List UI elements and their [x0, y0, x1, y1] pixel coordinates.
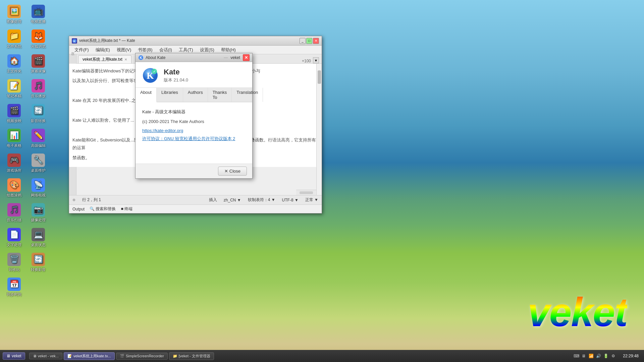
- about-titlebar-icon: K: [138, 55, 144, 60]
- systray-icon-4[interactable]: 🔋: [603, 353, 609, 359]
- about-title-right: veket: [230, 55, 240, 60]
- tab-libraries[interactable]: Libraries: [157, 88, 183, 102]
- about-titlebar: K About Kate — veket ✕: [136, 53, 252, 62]
- menu-bookmark[interactable]: 书签(B): [135, 46, 155, 54]
- taskbar-item-icon-3: 📁: [173, 354, 177, 358]
- about-website-link[interactable]: https://kate-editor.org: [142, 128, 246, 133]
- about-description: Kate - 高级文本编辑器: [142, 109, 246, 115]
- about-close-button[interactable]: ✕ Close: [218, 167, 247, 176]
- svg-text:K: K: [140, 56, 142, 60]
- about-app-info: Kate 版本 21.04.0: [164, 68, 188, 83]
- minimize-button[interactable]: _: [300, 38, 306, 44]
- menu-file[interactable]: 文件(F): [72, 46, 92, 54]
- desktop-icon-video-play[interactable]: 🎬 视频放映: [3, 103, 25, 125]
- kate-titlebar-icon: K: [72, 38, 77, 44]
- desktop-icon-file-manager[interactable]: 📁 文件系统: [3, 28, 25, 50]
- menu-settings[interactable]: 设置(S): [197, 46, 217, 54]
- about-footer: ✕ Close: [136, 164, 252, 178]
- taskbar-item-icon-0: 🖥: [33, 354, 37, 358]
- maximize-button[interactable]: □: [306, 38, 312, 44]
- menu-edit[interactable]: 编辑(E): [93, 46, 113, 54]
- systray-icon-3[interactable]: 🔊: [595, 353, 601, 359]
- desktop-icon-drawing[interactable]: 🎨 绘图涂鸦: [3, 177, 25, 199]
- menu-session[interactable]: 会话(I): [157, 46, 175, 54]
- desktop-icon-notepad[interactable]: 📝 笔记本稿: [3, 78, 25, 100]
- desktop-icon-firefox[interactable]: 🦊 火狐浏览: [28, 28, 49, 50]
- about-app-name: Kate: [164, 68, 188, 76]
- desktop-icon-spreadsheet[interactable]: 📊 电子表格: [3, 127, 25, 149]
- scrollbar-thumb[interactable]: [318, 70, 321, 84]
- about-content: Kate - 高级文本编辑器 (c) 2000-2021 The Kate Au…: [136, 102, 252, 164]
- systray-icon-1[interactable]: 🖥: [581, 353, 587, 359]
- about-close-x-button[interactable]: ✕: [243, 54, 250, 61]
- taskbar-item-3[interactable]: 📁 [veket - 文件管理器: [169, 352, 214, 360]
- about-tabs-bar: About Libraries Authors Thanks To Transl…: [136, 88, 252, 102]
- tab-thanks-to[interactable]: Thanks To: [208, 88, 232, 102]
- desktop-icon-video-convert[interactable]: 🔄 影音转换: [28, 103, 49, 125]
- zoom-dropdown[interactable]: ▼: [313, 57, 319, 63]
- desktop-icon-word-process[interactable]: 📄 文字处理: [3, 227, 25, 249]
- desktop-icon-tv-live[interactable]: 📺 电视直播: [28, 3, 49, 25]
- tab-about[interactable]: About: [136, 88, 157, 102]
- desktop-icon-recycle-bin[interactable]: 🗑️ 回收站: [3, 251, 25, 274]
- desktop-icon-desktop-maintain[interactable]: 🔧 桌面维护: [28, 152, 49, 174]
- zoom-level: +100: [300, 59, 313, 63]
- kate-titlebar-buttons: _ □ ✕: [300, 38, 319, 44]
- about-license-link[interactable]: 许可协议：GNU 较宽松通用公共许可协议版本 2: [142, 136, 246, 142]
- kate-statusbar: ⊕ 行 2，列 1 插入 zh_CN ▼ 软制表符：4 ▼ UTF-8 ▼ 正常…: [69, 195, 322, 204]
- desktop-icon-music-play[interactable]: 🎵 音乐播放: [28, 78, 49, 100]
- taskbar-start-button[interactable]: 🖥 veket: [3, 352, 25, 360]
- kate-terminal[interactable]: ■ 终端: [121, 206, 132, 212]
- taskbar: 🖥 veket 🖥 veket - vek... 📝 veket系统上用kate…: [0, 350, 644, 362]
- kate-status-position: 行 2，列 1: [82, 197, 101, 203]
- menu-help[interactable]: 帮助(H): [218, 46, 238, 54]
- taskbar-item-1[interactable]: 📝 veket系统上用kate.tx...: [64, 352, 115, 360]
- menu-view[interactable]: 视图(V): [114, 46, 134, 54]
- desktop-icon-games[interactable]: 🎮 游戏场所: [3, 152, 25, 174]
- desktop-icon-main-folder[interactable]: 🏠 主文件夹: [3, 53, 25, 75]
- kate-close-button[interactable]: ✕: [313, 38, 319, 44]
- desktop-icon-sync-time[interactable]: 📅 同步时间: [3, 276, 25, 298]
- taskbar-item-icon-2: 🎬: [120, 354, 124, 358]
- about-app-icon: K ✓: [142, 67, 158, 83]
- taskbar-systray: ⌨ 🖥 📶 🔊 🔋 ⚙: [571, 353, 619, 359]
- desktop-icon-music-scan[interactable]: 🎵 音乐扫描: [3, 202, 25, 224]
- kate-file-tab[interactable]: veket系统 上用kate.txt ✕: [78, 55, 131, 63]
- desktop-icon-advanced-edit[interactable]: ✏️ 高级编辑: [28, 127, 49, 149]
- desktop-icon-desktop-status[interactable]: 💻 桌面状态: [28, 227, 49, 249]
- scrollbar-horiz-thumb[interactable]: [300, 191, 313, 194]
- tab-translation[interactable]: Translation: [232, 88, 263, 102]
- about-copyright: (c) 2000-2021 The Kate Authors: [142, 119, 246, 124]
- desktop-icon-camera[interactable]: 📷 摄像处理: [28, 202, 49, 224]
- taskbar-start-label: veket: [12, 354, 21, 358]
- desktop-icon-network-tv[interactable]: 📡 网络电视: [28, 177, 49, 199]
- taskbar-item-2[interactable]: 🎬 SimpleScreenRecorder: [116, 353, 168, 360]
- kate-output-label[interactable]: Output: [72, 207, 85, 212]
- systray-icon-2[interactable]: 📶: [588, 353, 594, 359]
- svg-text:✓: ✓: [153, 70, 156, 73]
- taskbar-clock: 22:29:48: [620, 354, 641, 358]
- about-dialog: K About Kate — veket ✕ K: [135, 53, 253, 179]
- svg-text:K: K: [73, 40, 76, 43]
- taskbar-start-icon: 🖥: [6, 354, 10, 358]
- kate-status-language: zh_CN ▼: [224, 198, 241, 202]
- kate-tab-close-icon[interactable]: ✕: [124, 58, 127, 61]
- menu-tools[interactable]: 工具(T): [176, 46, 196, 54]
- tab-authors[interactable]: Authors: [183, 88, 208, 102]
- about-app-version: 版本 21.04.0: [164, 77, 188, 83]
- systray-icon-5[interactable]: ⚙: [610, 353, 616, 359]
- kate-bottom-scroll[interactable]: [296, 190, 316, 195]
- desktop-icon-convert-video[interactable]: 🔄 转换影音: [28, 251, 49, 274]
- desktop-icon-image-processing[interactable]: 🖼️ 图像处理: [3, 3, 25, 25]
- desktop: 🖼️ 图像处理 📺 电视直播 📁 文件系统 🦊 火狐浏览 🏠 主文件夹: [0, 0, 644, 362]
- kate-status-state: 正常 ▼: [305, 197, 318, 203]
- kate-output-bar: Output 🔍 搜索和替换 ■ 终端: [69, 204, 322, 213]
- taskbar-item-0[interactable]: 🖥 veket - vek...: [29, 353, 62, 359]
- kate-scrollbar[interactable]: [316, 64, 322, 195]
- kate-tab-label: veket系统 上用kate.txt: [83, 57, 122, 62]
- kate-search-replace[interactable]: 🔍 搜索和替换: [90, 206, 116, 212]
- kate-window-title: veket系统上用kate.txt * — Kate: [79, 38, 300, 44]
- desktop-icon-screen-record[interactable]: 🎬 屏幕录像: [28, 53, 49, 75]
- kate-status-mode: 插入: [209, 197, 217, 203]
- systray-icon-0[interactable]: ⌨: [573, 353, 579, 359]
